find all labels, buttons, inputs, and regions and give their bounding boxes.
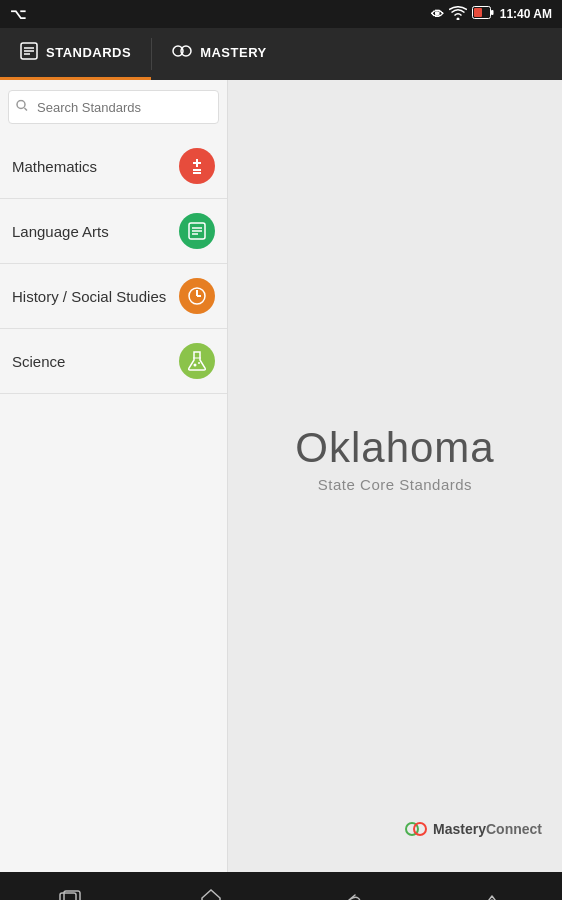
standards-icon bbox=[20, 42, 38, 64]
wifi-icon bbox=[449, 6, 467, 23]
mathematics-label: Mathematics bbox=[12, 158, 97, 175]
search-box bbox=[8, 90, 219, 124]
usb-icon: ⌥ bbox=[10, 6, 26, 22]
sidebar-item-mathematics[interactable]: Mathematics bbox=[0, 134, 227, 199]
clock: 11:40 AM bbox=[500, 7, 552, 21]
mastery-connect-icon bbox=[403, 816, 429, 842]
history-label: History / Social Studies bbox=[12, 288, 166, 305]
status-bar: ⌥ 👁 11:40 AM bbox=[0, 0, 562, 28]
tab-standards-label: STANDARDS bbox=[46, 45, 131, 60]
language-arts-label: Language Arts bbox=[12, 223, 109, 240]
sidebar-item-language-arts[interactable]: Language Arts bbox=[0, 199, 227, 264]
content-area: Mathematics Language Arts bbox=[0, 80, 562, 872]
tab-mastery[interactable]: MASTERY bbox=[152, 28, 287, 80]
svg-point-0 bbox=[456, 17, 459, 20]
svg-line-11 bbox=[25, 108, 28, 111]
sidebar: Mathematics Language Arts bbox=[0, 80, 228, 872]
language-arts-icon bbox=[179, 213, 215, 249]
svg-rect-3 bbox=[491, 10, 494, 15]
main-content: Oklahoma State Core Standards MasteryCon… bbox=[228, 80, 562, 872]
tab-mastery-label: MASTERY bbox=[200, 45, 267, 60]
search-icon bbox=[16, 100, 28, 115]
oklahoma-subtitle: State Core Standards bbox=[318, 476, 472, 493]
mathematics-icon bbox=[179, 148, 215, 184]
home-button[interactable] bbox=[189, 878, 233, 900]
status-icons: 👁 bbox=[431, 6, 494, 23]
up-button[interactable] bbox=[470, 878, 514, 900]
eye-icon: 👁 bbox=[431, 7, 444, 22]
science-label: Science bbox=[12, 353, 65, 370]
svg-rect-28 bbox=[60, 893, 76, 900]
oklahoma-title: Oklahoma bbox=[295, 424, 494, 472]
mastery-connect-text: MasteryConnect bbox=[433, 821, 542, 837]
nav-bar: STANDARDS MASTERY bbox=[0, 28, 562, 80]
recent-apps-button[interactable] bbox=[48, 878, 92, 900]
mastery-connect-logo: MasteryConnect bbox=[403, 816, 542, 842]
sidebar-item-science[interactable]: Science bbox=[0, 329, 227, 394]
svg-point-10 bbox=[17, 101, 25, 109]
science-icon bbox=[179, 343, 215, 379]
svg-point-25 bbox=[198, 362, 200, 364]
svg-point-24 bbox=[194, 364, 197, 367]
svg-rect-2 bbox=[474, 8, 482, 17]
bottom-nav bbox=[0, 872, 562, 900]
sidebar-list: Mathematics Language Arts bbox=[0, 134, 227, 872]
mastery-icon bbox=[172, 43, 192, 63]
svg-point-27 bbox=[414, 823, 426, 835]
app-container: STANDARDS MASTERY bbox=[0, 28, 562, 872]
oklahoma-text-container: Oklahoma State Core Standards bbox=[295, 339, 494, 578]
history-icon bbox=[179, 278, 215, 314]
sidebar-item-history[interactable]: History / Social Studies bbox=[0, 264, 227, 329]
back-button[interactable] bbox=[329, 878, 373, 900]
search-input[interactable] bbox=[8, 90, 219, 124]
battery-icon bbox=[472, 6, 494, 22]
tab-standards[interactable]: STANDARDS bbox=[0, 28, 151, 80]
